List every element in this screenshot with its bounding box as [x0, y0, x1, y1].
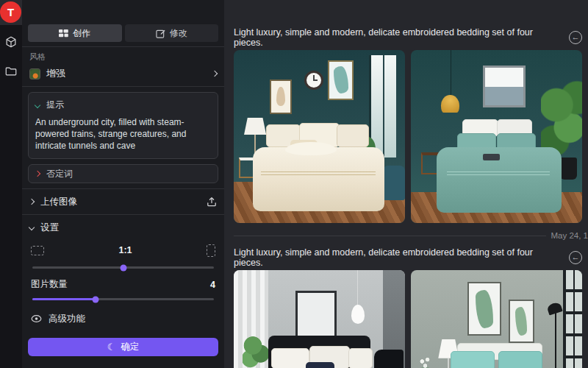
confirm-button-label: 确定 — [121, 341, 139, 353]
plant — [243, 329, 268, 368]
generation-date: May 24, 1 — [551, 231, 588, 240]
image-count-slider[interactable] — [32, 298, 214, 300]
generated-image-4[interactable] — [411, 270, 582, 368]
mode-tabs: 创作 修改 — [28, 24, 218, 42]
generated-image-1[interactable] — [234, 50, 405, 223]
upload-image-row[interactable]: 上传图像 — [28, 194, 218, 210]
chevron-right-icon — [35, 171, 40, 177]
image-grid — [234, 270, 582, 368]
generated-image-2[interactable] — [411, 50, 582, 223]
prompt-label: 提示 — [46, 99, 64, 111]
tab-create[interactable]: 创作 — [28, 24, 122, 42]
style-thumbnail — [29, 68, 40, 79]
divider — [22, 188, 224, 189]
grid-icon — [59, 29, 68, 38]
aspect-ratio-slider-handle[interactable] — [120, 264, 126, 271]
image-grid — [234, 50, 582, 223]
image-count-value: 4 — [210, 280, 215, 290]
accent-pillow — [306, 362, 335, 368]
pendant-cord — [357, 270, 359, 306]
aspect-ratio-slider[interactable] — [32, 266, 214, 269]
result-prompt-text: Light luxury, simple and modern, delicat… — [234, 247, 560, 268]
result-prompt-row: Light luxury, simple and modern, delicat… — [234, 251, 582, 264]
advanced-features-row[interactable]: 高级功能 — [31, 312, 215, 325]
tab-create-label: 创作 — [73, 27, 90, 40]
nav-rail: T — [0, 0, 22, 368]
style-section-label: 风格 — [29, 52, 218, 63]
portrait-ratio-icon[interactable] — [207, 244, 215, 257]
wall-art-leaf — [467, 282, 502, 336]
tab-modify-label: 修改 — [170, 27, 187, 40]
result-group-1: Light luxury, simple and modern, delicat… — [234, 31, 582, 241]
floor-lamp-pole — [555, 310, 556, 368]
wall-art — [295, 291, 337, 337]
eye-icon — [31, 314, 42, 323]
generation-panel: 创作 修改 风格 增强 提示 An underground city, — [22, 0, 224, 368]
folder-icon[interactable] — [4, 65, 18, 78]
negative-prompt-toggle[interactable]: 否定词 — [28, 164, 218, 183]
pendant-lamp — [351, 305, 365, 324]
wall-art — [483, 66, 526, 107]
pillow — [271, 348, 309, 368]
duvet-seam — [261, 171, 376, 175]
app-window: T 创作 — [0, 0, 588, 368]
chevron-down-icon — [35, 102, 40, 107]
tab-modify[interactable]: 修改 — [125, 24, 219, 42]
crescent-moon-icon: ☾ — [107, 342, 116, 352]
wall-art-feather — [270, 79, 292, 114]
pendant-cord — [451, 50, 452, 96]
armchair — [383, 166, 405, 200]
results-gallery: Light luxury, simple and modern, delicat… — [224, 0, 588, 368]
prompt-header: 提示 — [35, 99, 211, 111]
floor-lamp-head — [547, 301, 563, 315]
chevron-right-icon — [29, 199, 35, 205]
chevron-right-icon — [212, 71, 218, 77]
reuse-prompt-icon[interactable]: ← — [569, 251, 582, 264]
advanced-features-label: 高级功能 — [49, 313, 85, 325]
bed-duvet — [253, 147, 384, 211]
settings-row[interactable]: 设置 — [28, 219, 218, 236]
confirm-generate-button[interactable]: ☾ 确定 — [28, 338, 218, 356]
landscape-ratio-icon[interactable] — [31, 246, 44, 255]
divider — [22, 214, 224, 215]
pillow — [498, 351, 543, 368]
result-prompt-text: Light luxury, simple and modern, delicat… — [234, 27, 560, 48]
image-count-slider-handle[interactable] — [93, 296, 99, 302]
upload-icon[interactable] — [207, 197, 217, 207]
plant-pot — [560, 158, 577, 180]
book-on-bed — [483, 154, 500, 160]
image-count-label: 图片数量 — [31, 278, 210, 291]
bedroom-window — [563, 270, 582, 368]
chevron-down-icon — [29, 224, 35, 230]
aspect-ratio-control: 1:1 — [31, 241, 215, 259]
prompt-text[interactable]: An underground city, filled with steam-p… — [35, 116, 211, 152]
app-logo[interactable]: T — [0, 1, 21, 23]
model-cube-icon[interactable] — [4, 35, 18, 49]
aspect-ratio-value: 1:1 — [44, 245, 207, 255]
separator-line — [234, 236, 546, 236]
date-separator: May 24, 1 — [234, 230, 588, 241]
table-lamp — [244, 118, 266, 135]
pillow — [337, 124, 369, 147]
upload-image-label: 上传图像 — [40, 196, 200, 208]
flower-vase — [417, 357, 433, 368]
wall-art-leaf — [328, 60, 354, 100]
chair — [374, 350, 404, 368]
image-count-slider-fill — [32, 298, 96, 300]
divider — [22, 46, 224, 47]
result-prompt-row: Light luxury, simple and modern, delicat… — [234, 31, 582, 44]
reuse-prompt-icon[interactable]: ← — [569, 31, 582, 44]
generated-image-3[interactable] — [234, 270, 405, 368]
settings-label: 设置 — [40, 222, 217, 234]
result-group-2: Light luxury, simple and modern, delicat… — [234, 251, 582, 368]
lamp-stem — [448, 358, 449, 368]
prompt-editor[interactable]: 提示 An underground city, filled with stea… — [28, 92, 218, 159]
wall-clock — [304, 71, 323, 90]
style-selector[interactable]: 增强 — [29, 67, 217, 80]
gold-pendant-lamp — [441, 95, 460, 113]
pillow — [451, 351, 495, 368]
wall-art-leaf — [509, 300, 534, 343]
divider — [22, 86, 224, 87]
negative-prompt-label: 否定词 — [46, 168, 73, 180]
edit-icon — [156, 29, 165, 38]
